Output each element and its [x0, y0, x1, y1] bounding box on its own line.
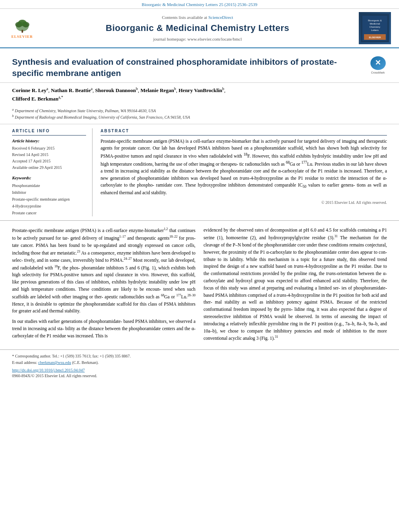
article-info-column: ARTICLE INFO Article history: Received 6…: [12, 128, 93, 217]
doi-anchor[interactable]: http://dx.doi.org/10.1016/j.bmcl.2015.04…: [12, 368, 85, 372]
copyright-line: © 2015 Elsevier Ltd. All rights reserved…: [101, 200, 387, 205]
elsevier-tree-icon: [11, 19, 33, 33]
keyword-3: Prostate-specific membrane antigen: [12, 196, 86, 203]
authors-section: Corinne R. Leya, Nathan R. Beattiea, Sho…: [0, 83, 399, 106]
author-2: Nathan R. Beattie: [51, 87, 90, 93]
journal-homepage: journal homepage: www.elsevier.com/locat…: [36, 36, 359, 42]
svg-text:ELSEVIER: ELSEVIER: [369, 36, 381, 39]
keyword-2: Inhibitor: [12, 189, 86, 196]
history-revised: Revised 14 April 2015: [12, 152, 86, 158]
body-column-left: Prostate-specific membrane antigen (PSMA…: [12, 227, 195, 345]
footnote-corresponding: * Corresponding author. Tel.: +1 (509) 3…: [12, 353, 387, 359]
history-section: Article history: Received 6 February 201…: [12, 138, 86, 171]
citation-text: Bioorganic & Medicinal Chemistry Letters…: [142, 2, 257, 7]
affiliation-a: a Department of Chemistry, Washington St…: [12, 107, 387, 114]
author-4: Melanie Regan: [140, 87, 174, 93]
author-3: Shorouk Dannoon: [95, 87, 136, 93]
body-section: Prostate-specific membrane antigen (PSMA…: [0, 221, 399, 349]
article-info-abstract: ARTICLE INFO Article history: Received 6…: [0, 124, 399, 221]
journal-header-center: Contents lists available at ScienceDirec…: [36, 14, 359, 43]
keyword-5: Prostate cancer: [12, 210, 86, 216]
history-title: Article history:: [12, 138, 86, 144]
history-available: Available online 29 April 2015: [12, 164, 86, 171]
article-footer: * Corresponding author. Tel.: +1 (509) 3…: [0, 349, 399, 381]
journal-thumbnail: Bioorganic & Medicinal Chemistry Letters…: [359, 12, 391, 44]
svg-text:Bioorganic &: Bioorganic &: [368, 19, 382, 22]
elsevier-logo: ELSEVIER: [8, 17, 36, 39]
keywords-title: Keywords:: [12, 175, 86, 181]
body-para-1: Prostate-specific membrane antigen (PSMA…: [12, 227, 195, 315]
science-direct-anchor[interactable]: ScienceDirect: [208, 15, 233, 20]
article-title-section: Synthesis and evaluation of constrained …: [0, 48, 399, 83]
keyword-4: 4-Hydroxyproline: [12, 203, 86, 210]
issn-line: 0960-894X/© 2015 Elsevier Ltd. All right…: [12, 373, 387, 379]
author-1: Corinne R. Ley: [12, 87, 47, 93]
affiliation-b: b Department of Radiology and Biomedical…: [12, 114, 387, 120]
article-info-header: ARTICLE INFO: [12, 128, 86, 136]
abstract-column: ABSTRACT Prostate-specific membrane anti…: [101, 128, 387, 217]
science-direct-link: Contents lists available at ScienceDirec…: [36, 14, 359, 21]
history-accepted: Accepted 17 April 2015: [12, 158, 86, 164]
crossmark-label: CrossMark: [371, 71, 385, 75]
doi-link: http://dx.doi.org/10.1016/j.bmcl.2015.04…: [12, 368, 387, 373]
journal-cover-icon: Bioorganic & Medicinal Chemistry Letters…: [361, 14, 389, 42]
keywords-section: Keywords: Phosphoramidate Inhibitor Pros…: [12, 175, 86, 216]
svg-point-3: [18, 20, 27, 26]
body-column-right: evidenced by the observed rates of decom…: [204, 227, 387, 345]
svg-text:Medicinal: Medicinal: [370, 23, 380, 25]
svg-text:Chemistry: Chemistry: [369, 26, 380, 28]
crossmark-badge: ✕ CrossMark: [369, 56, 387, 74]
journal-citation-bar: Bioorganic & Medicinal Chemistry Letters…: [0, 0, 399, 9]
svg-text:Letters: Letters: [371, 29, 378, 31]
crossmark-x-icon: ✕: [375, 58, 381, 68]
footnote-email: E-mail address: cberkman@wsu.edu (C.E. B…: [12, 359, 387, 366]
body-para-2: In our studies with earlier generations …: [12, 318, 195, 339]
journal-title: Bioorganic & Medicinal Chemistry Letters: [36, 22, 359, 35]
body-para-3: evidenced by the observed rates of decom…: [204, 227, 387, 342]
article-title: Synthesis and evaluation of constrained …: [12, 56, 363, 78]
crossmark-circle: ✕: [370, 56, 386, 70]
authors-line: Corinne R. Leya, Nathan R. Beattiea, Sho…: [12, 86, 387, 103]
email-link[interactable]: cberkman@wsu.edu: [38, 360, 71, 365]
author-6: Clifford E. Berkman: [12, 96, 58, 102]
author-5: Henry VanBrocklin: [179, 87, 222, 93]
elsevier-text: ELSEVIER: [11, 34, 33, 39]
abstract-text: Prostate-specific membrane antigen (PSMA…: [101, 138, 387, 197]
affiliations-section: a Department of Chemistry, Washington St…: [0, 106, 399, 124]
svg-rect-4: [21, 30, 23, 33]
abstract-header: ABSTRACT: [101, 128, 387, 136]
journal-header: ELSEVIER Contents lists available at Sci…: [0, 9, 399, 48]
keyword-1: Phosphoramidate: [12, 182, 86, 189]
history-received: Received 6 February 2015: [12, 145, 86, 152]
